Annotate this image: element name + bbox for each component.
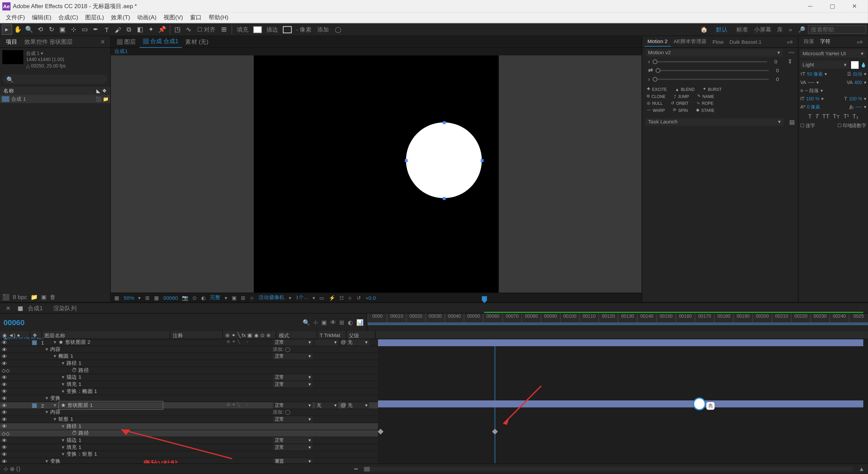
twirl-icon[interactable]: ▾ <box>62 444 65 450</box>
menu-effect[interactable]: 效果(T) <box>108 12 134 23</box>
fast-preview-icon[interactable]: ⚡ <box>329 295 335 300</box>
layer-row[interactable]: 👁2▾★ 形状图层 1⊛ ✦ ╲ ▫正常▾无▾@无▾ <box>0 402 378 409</box>
pen-tool-icon[interactable]: ✒ <box>90 24 101 35</box>
workspace-lib[interactable]: 库 <box>774 25 786 34</box>
tab-scripts[interactable]: AE脚本管理器 <box>671 36 710 47</box>
tab-timeline-comp[interactable]: ▦ 合成1 <box>14 303 50 313</box>
panel-menu-icon[interactable]: »≡ <box>784 37 796 46</box>
shape-handle-e[interactable] <box>480 159 484 162</box>
kerning-value[interactable]: ── <box>808 80 815 85</box>
btn-orbit[interactable]: ↺ ORBIT <box>671 101 688 105</box>
hand-tool-icon[interactable]: ✋ <box>13 24 23 35</box>
tab-effect-controls[interactable]: 效果控件 形状图层 <box>21 36 76 47</box>
twirl-icon[interactable]: ▾ <box>45 409 49 415</box>
btn-clone[interactable]: ⧉ CLONE <box>647 94 665 99</box>
shape-handle-n[interactable] <box>443 121 446 124</box>
clone-tool-icon[interactable]: ⧉ <box>124 24 134 35</box>
keyframe[interactable] <box>378 429 383 434</box>
layer-name[interactable]: ▾内容 <box>30 345 226 353</box>
tab-duik[interactable]: Duik Bassel.1 <box>727 37 765 46</box>
motion-slider-1[interactable] <box>653 59 658 64</box>
eyedropper-icon[interactable]: 💧 <box>861 62 866 67</box>
visibility-icon[interactable]: 👁 <box>2 445 7 450</box>
transparency-icon[interactable]: ▦ <box>154 295 159 300</box>
minimize-button[interactable]: ─ <box>799 0 821 12</box>
menu-animation[interactable]: 动画(A) <box>134 12 160 23</box>
tab-character[interactable]: 字符 <box>817 36 833 47</box>
roto-tool-icon[interactable]: ✦ <box>146 24 156 35</box>
layer-row[interactable]: 👁▾填充 1正常▾ <box>0 381 378 388</box>
layer-name[interactable]: ▾变换 <box>30 457 226 463</box>
blend-mode-dropdown[interactable]: 正常▾ <box>273 374 313 381</box>
visibility-icon[interactable]: 👁 <box>2 410 7 415</box>
trkmat-dropdown[interactable]: ▾ <box>315 339 338 345</box>
twirl-icon[interactable]: ▾ <box>62 437 65 443</box>
parent-dropdown[interactable]: 无▾ <box>346 339 370 345</box>
layer-name[interactable]: ▾路径 1 <box>30 360 226 367</box>
twirl-icon[interactable]: ▾ <box>54 339 57 345</box>
layer-row[interactable]: 👁▾描边 1正常▾ <box>0 374 378 381</box>
ligature-checkbox[interactable]: ☐ 连字 <box>800 122 815 129</box>
new-folder-icon[interactable]: 📁 <box>31 294 38 300</box>
twirl-icon[interactable]: ▾ <box>62 388 65 394</box>
menu-composition[interactable]: 合成(C) <box>55 12 82 23</box>
frame-blend-icon[interactable]: ⊞ <box>339 319 344 325</box>
layer-row[interactable]: 👁▾内容添加: ◯ <box>0 346 378 353</box>
motion-slider-3[interactable] <box>653 77 658 81</box>
tracking-value[interactable]: 400 <box>854 80 862 85</box>
roi-icon[interactable]: ▣ <box>232 295 237 300</box>
workspace-more-icon[interactable]: » <box>786 26 795 33</box>
mask-mode-icon[interactable]: ◳ <box>172 24 183 35</box>
tab-paragraph[interactable]: 段落 <box>801 36 817 47</box>
label-color[interactable] <box>32 403 37 408</box>
grid-icon[interactable]: ⊞ <box>241 295 246 300</box>
tab-comp-viewer[interactable]: ▦ 合成 合成1 <box>139 36 182 48</box>
twirl-icon[interactable]: ▾ <box>54 416 57 422</box>
btn-name[interactable]: ✎ NAME <box>697 94 714 99</box>
layer-row[interactable]: ◇◇⏱ 路径 <box>0 430 378 437</box>
current-frame[interactable]: 00060 <box>163 295 178 300</box>
layer-name[interactable]: ▾路径 1 <box>30 422 226 430</box>
panel-menu-icon[interactable]: ≡ <box>97 37 108 46</box>
workspace-default[interactable]: 默认 <box>710 25 734 34</box>
time-ruler[interactable]: 0000000100002000030000400005000060000700… <box>367 314 868 322</box>
layer-row[interactable]: 👁▾椭圆 1正常▾ <box>0 353 378 360</box>
layer-name[interactable]: ▾椭圆 1 <box>30 353 226 360</box>
zoom-tool-icon[interactable]: 🔍 <box>24 24 34 35</box>
layer-name[interactable]: ▾变换：椭圆 1 <box>30 388 226 395</box>
motion-val-2[interactable]: 0 <box>772 67 783 73</box>
layer-name[interactable]: ▾描边 1 <box>30 374 226 381</box>
italic-button[interactable]: T <box>815 113 819 119</box>
panel-menu-icon[interactable]: »≡ <box>854 37 866 46</box>
timeline-close-icon[interactable]: ✕ <box>2 304 14 313</box>
layer-name[interactable]: ⏱ 路径 <box>30 430 226 437</box>
interpretation-icon[interactable]: ⬛ <box>2 294 10 300</box>
timeline-icon[interactable]: ☷ <box>339 295 344 300</box>
menu-view[interactable]: 视图(V) <box>160 12 187 23</box>
visibility-icon[interactable]: 👁 <box>2 354 7 359</box>
new-comp-icon[interactable]: ▣ <box>41 294 46 300</box>
layer-row[interactable]: 👁▾描边 1正常▾ <box>0 437 378 444</box>
tab-render-queue[interactable]: 渲染队列 <box>50 303 80 313</box>
font-size[interactable]: 50 像素 <box>807 71 823 78</box>
tab-flow[interactable]: Flow <box>710 37 727 46</box>
add-icon[interactable]: ◯ <box>332 26 344 33</box>
stroke-swatch[interactable] <box>283 26 291 33</box>
layer-name[interactable]: ▾变换：矩形 1 <box>30 451 226 458</box>
pickwhip-icon[interactable]: @ <box>341 339 346 345</box>
layer-row[interactable]: 👁▾内容添加: ◯ <box>0 409 378 416</box>
project-item-comp[interactable]: 合成 1 ⬛ 📁 <box>0 95 110 103</box>
motion-graph-icon[interactable]: 〰 <box>789 49 794 56</box>
visibility-icon[interactable]: 👁 <box>2 451 7 457</box>
twirl-icon[interactable]: ▾ <box>45 458 49 463</box>
twirl-icon[interactable]: ▾ <box>62 451 65 457</box>
motion-slider-2[interactable] <box>656 68 660 73</box>
baseline-value[interactable]: 0 像素 <box>807 104 820 110</box>
shape-tool-icon[interactable]: ▭ <box>79 24 90 35</box>
twirl-icon[interactable]: ▾ <box>62 423 65 429</box>
twirl-icon[interactable]: ▾ <box>54 402 57 408</box>
btn-null[interactable]: ◎ NULL <box>647 101 662 105</box>
anchor-tool-icon[interactable]: ⊹ <box>68 24 79 35</box>
twirl-icon[interactable]: ▾ <box>45 395 49 401</box>
brush-tool-icon[interactable]: 🖌 <box>113 24 123 35</box>
